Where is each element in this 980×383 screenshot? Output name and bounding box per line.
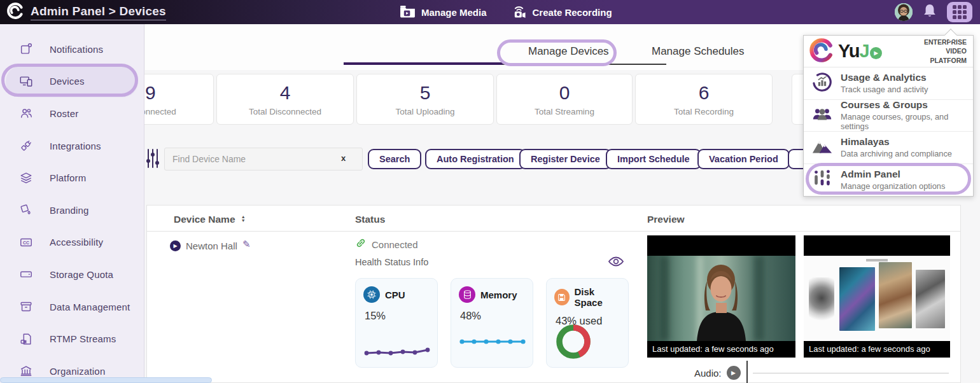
menu-item-courses-groups[interactable]: Courses & Groups Manage courses, groups,…	[804, 100, 973, 132]
roster-icon	[19, 106, 33, 120]
health-status-info-label: Health Status Info	[355, 257, 428, 267]
sidebar-item-data-management[interactable]: Data Management	[0, 291, 144, 323]
topbar: Admin Panel > Devices Manage Media	[0, 0, 980, 24]
audio-label: Audio:	[694, 368, 722, 379]
memory-value: 48%	[460, 310, 525, 322]
apps-grid-icon	[953, 5, 967, 19]
admin-panel-icon	[811, 168, 833, 192]
devices-table-panel: Device Name ▲ ▼ Status Preview ▶ Newton …	[146, 205, 961, 383]
topbar-brand: Admin Panel > Devices	[0, 2, 166, 22]
branding-icon	[19, 203, 33, 217]
create-recording-button[interactable]: Create Recording	[511, 4, 612, 20]
camera-photo	[647, 256, 795, 341]
sidebar-item-rtmp-streams[interactable]: RTMP Streams	[0, 323, 144, 355]
active-tab-underline	[344, 62, 503, 65]
organization-icon	[19, 364, 33, 378]
disk-health-card: Disk Space 43% used	[546, 278, 629, 368]
auto-registration-button[interactable]: Auto Registration	[425, 149, 526, 169]
preview-thumbnail-screen: Last updated: a few seconds ago	[804, 235, 950, 358]
stat-label: Total Uploading	[395, 107, 454, 116]
media-folder-icon	[400, 5, 416, 20]
link-icon	[355, 237, 367, 251]
yuja-brand-row: YuJ▶ ENTERPRISE VIDEO PLATFORM	[804, 36, 973, 67]
sidebar-item-accessibility[interactable]: CC Accessibility	[0, 226, 144, 259]
menu-item-usage-analytics[interactable]: Usage & Analytics Track usage and activi…	[804, 67, 973, 100]
notifications-bell-icon[interactable]	[923, 3, 937, 21]
breadcrumb[interactable]: Admin Panel > Devices	[31, 4, 166, 20]
data-management-icon	[19, 300, 33, 314]
preview-thumbnail-camera: Last updated: a few seconds ago	[647, 235, 795, 358]
horizontal-scrollbar[interactable]	[0, 377, 212, 383]
stat-label: Total Disconnected	[249, 107, 321, 116]
tab-manage-schedules[interactable]: Manage Schedules	[652, 45, 745, 58]
edit-device-icon[interactable]: ✎	[242, 239, 251, 250]
header-divider	[147, 231, 960, 232]
usage-analytics-icon	[811, 71, 833, 95]
stat-card-total-uploading: 5 Total Uploading	[356, 74, 494, 125]
manage-media-button[interactable]: Manage Media	[400, 5, 487, 20]
svg-text:CC: CC	[23, 240, 29, 245]
cpu-label: CPU	[385, 289, 405, 300]
device-name[interactable]: Newton Hall	[186, 240, 237, 251]
clear-search-icon[interactable]: x	[341, 153, 346, 163]
status-text: Connected	[372, 239, 418, 250]
apps-grid-button[interactable]	[947, 2, 972, 22]
cpu-icon	[363, 286, 380, 303]
cpu-health-card: CPU 15%	[355, 278, 438, 368]
sidebar-item-notifications[interactable]: Notifications	[0, 33, 144, 66]
vacation-period-button[interactable]: Vacation Period	[697, 149, 790, 169]
status-connected: Connected	[355, 237, 418, 251]
audio-level-line	[753, 373, 949, 373]
yuja-swirl-logo-icon[interactable]	[6, 2, 24, 22]
stat-value: 0	[559, 82, 570, 103]
user-avatar[interactable]	[895, 3, 913, 21]
integrations-icon	[19, 139, 33, 153]
manage-media-label: Manage Media	[421, 7, 487, 18]
preview-eye-icon[interactable]	[608, 254, 624, 271]
sort-icon[interactable]: ▲ ▼	[241, 215, 246, 223]
stat-card-total-streaming: 0 Total Streaming	[496, 74, 633, 125]
audio-play-button[interactable]: ▶	[727, 366, 741, 380]
menu-item-admin-panel[interactable]: Admin Panel Manage organization options	[804, 164, 973, 197]
tab-manage-devices[interactable]: Manage Devices	[528, 45, 609, 58]
sidebar-item-roster[interactable]: Roster	[0, 97, 144, 130]
menu-item-himalayas[interactable]: Himalayas Data archiving and compliance	[804, 132, 973, 164]
column-header-device-name[interactable]: Device Name ▲ ▼	[174, 214, 246, 225]
apps-dropdown-menu: YuJ▶ ENTERPRISE VIDEO PLATFORM Usage & A…	[803, 35, 974, 197]
admin-panel-devices-page: Admin Panel > Devices Manage Media	[0, 0, 980, 383]
column-header-preview[interactable]: Preview	[647, 214, 685, 225]
cpu-value: 15%	[365, 310, 430, 322]
filter-sliders-icon[interactable]	[145, 147, 160, 172]
storage-quota-icon	[19, 267, 33, 281]
sidebar-item-devices[interactable]: Devices	[6, 66, 138, 98]
audio-row: Audio: ▶	[694, 366, 741, 380]
column-header-status[interactable]: Status	[355, 214, 385, 225]
create-recording-label: Create Recording	[533, 7, 612, 18]
yuja-wordmark: YuJ▶	[838, 41, 882, 62]
import-schedule-button[interactable]: Import Schedule	[606, 149, 701, 169]
stat-value: 4	[280, 82, 291, 103]
preview-caption: Last updated: a few seconds ago	[647, 341, 795, 358]
stat-label: Total Recording	[674, 107, 734, 116]
screen-capture	[804, 256, 950, 341]
stat-label: Total Streaming	[535, 107, 594, 116]
stat-value: 6	[699, 82, 710, 103]
register-device-button[interactable]: Register Device	[519, 149, 612, 169]
sidebar-item-platform[interactable]: Platform	[0, 162, 144, 194]
notifications-icon	[19, 42, 33, 56]
expand-row-icon[interactable]: ▶	[170, 240, 181, 251]
rtmp-streams-icon	[19, 332, 33, 346]
sidebar-item-branding[interactable]: Branding	[0, 194, 144, 226]
courses-groups-icon	[811, 103, 833, 127]
sidebar-item-storage-quota[interactable]: Storage Quota	[0, 258, 144, 291]
topbar-actions: Manage Media Create Recording	[400, 0, 612, 24]
sidebar: Notifications Devices Roster Integration…	[0, 24, 144, 383]
sidebar-item-integrations[interactable]: Integrations	[0, 130, 144, 162]
search-input[interactable]	[164, 148, 363, 171]
memory-icon	[459, 286, 475, 303]
stat-card-total-disconnected: 4 Total Disconnected	[216, 74, 354, 125]
tab-underline	[503, 64, 666, 65]
devices-icon	[19, 74, 33, 88]
disk-icon	[554, 289, 570, 305]
search-button[interactable]: Search	[368, 149, 421, 169]
